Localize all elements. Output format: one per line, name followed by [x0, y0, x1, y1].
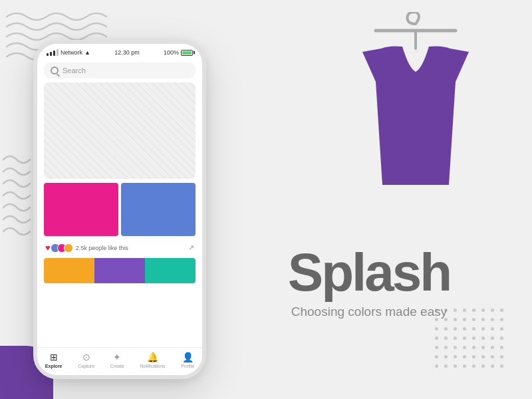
color-strip-purple: [94, 258, 145, 283]
explore-label: Explore: [45, 364, 63, 368]
swatch-blue: [121, 183, 196, 236]
explore-icon: ⊞: [50, 352, 58, 362]
search-placeholder: Search: [63, 66, 86, 74]
notifications-icon: 🔔: [147, 352, 158, 362]
swatches-row: [44, 183, 196, 236]
profile-label: Profile: [181, 364, 194, 368]
notifications-label: Notifications: [140, 364, 165, 368]
capture-label: Capture: [78, 364, 94, 368]
bottom-nav: ⊞ Explore ⊙ Capture ✦ Create 🔔 Notificat…: [37, 347, 202, 375]
likes-count: 2.5k people like this: [76, 245, 128, 251]
wavy-decoration-left: [0, 153, 37, 239]
avatar-circles: [53, 243, 73, 253]
status-right: 100%: [164, 49, 193, 56]
battery-icon: [181, 50, 193, 56]
main-image-placeholder: [44, 82, 196, 179]
phone-screen: Network ▲ 12.30 pm 100% Search: [33, 40, 206, 379]
like-left: ♥ 2.5k people like this: [45, 243, 128, 253]
wifi-icon: ▲: [84, 49, 90, 56]
profile-icon: 👤: [182, 352, 194, 362]
heart-icon[interactable]: ♥: [45, 243, 51, 253]
battery-fill: [182, 51, 192, 55]
status-left: Network ▲: [47, 49, 90, 56]
search-bar[interactable]: Search: [44, 63, 196, 78]
nav-notifications[interactable]: 🔔 Notifications: [140, 352, 165, 368]
brand-title: Splash: [226, 246, 512, 299]
brand-section: Splash Choosing colors made easy: [226, 246, 512, 319]
status-bar: Network ▲ 12.30 pm 100%: [37, 44, 202, 59]
capture-icon: ⊙: [82, 352, 90, 362]
signal-icon: [47, 49, 59, 56]
nav-profile[interactable]: 👤 Profile: [181, 352, 194, 368]
shirt-illustration: [336, 12, 495, 192]
brand-subtitle: Choosing colors made easy: [226, 305, 512, 319]
like-row: ♥ 2.5k people like this ↗: [37, 240, 202, 255]
color-strip-orange: [44, 258, 94, 283]
time-display: 12.30 pm: [114, 49, 140, 56]
nav-capture[interactable]: ⊙ Capture: [78, 352, 94, 368]
network-label: Network: [61, 49, 82, 56]
battery-percent: 100%: [164, 49, 179, 56]
share-icon[interactable]: ↗: [188, 243, 194, 252]
search-icon: [51, 66, 59, 74]
color-strip: [44, 258, 196, 283]
nav-explore[interactable]: ⊞ Explore: [45, 352, 63, 368]
nav-create[interactable]: ✦ Create: [110, 352, 124, 368]
swatch-pink: [44, 183, 118, 236]
color-strip-teal: [145, 258, 196, 283]
create-label: Create: [110, 364, 124, 368]
phone-mockup: Network ▲ 12.30 pm 100% Search: [33, 40, 213, 386]
avatar-3: [64, 243, 73, 253]
create-icon: ✦: [113, 352, 121, 362]
